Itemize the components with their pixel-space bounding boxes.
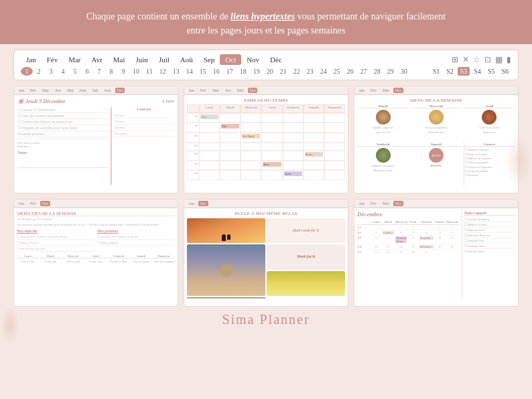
c5-jan[interactable]: Jan: [187, 201, 196, 206]
c2-oct[interactable]: Oct: [248, 88, 258, 93]
c2-mai[interactable]: Mai: [235, 88, 246, 93]
day-15[interactable]: 15: [196, 67, 210, 76]
day-7[interactable]: 7: [93, 67, 105, 76]
cell1-item1: ☐ Leçons S. Grâmmaires: [17, 107, 109, 113]
day-1[interactable]: 1: [21, 67, 33, 76]
day-9[interactable]: 9: [117, 67, 129, 76]
day-25[interactable]: 25: [330, 67, 344, 76]
vb-img-flowers: [267, 271, 345, 296]
c1-jan[interactable]: Jan: [17, 88, 26, 93]
image-icon[interactable]: ⊡: [484, 55, 491, 65]
c6-h-samedi: Samedi: [434, 220, 446, 225]
day-20[interactable]: 20: [263, 67, 277, 76]
planner-grid: Jan Fév Mar Avr Mai Juin Juil Aoû Oct 🌸 …: [13, 86, 519, 307]
c1-avr[interactable]: Avr: [53, 88, 63, 93]
c6-jan[interactable]: Jan: [357, 201, 367, 206]
month-nov[interactable]: Nov: [241, 54, 265, 65]
c6-w4-d1: 20: [371, 244, 382, 250]
day-26[interactable]: 26: [344, 67, 357, 76]
month-juil[interactable]: Juil: [153, 54, 175, 65]
c2-avr[interactable]: Avr: [223, 88, 233, 93]
c4-oct[interactable]: Oct: [40, 201, 50, 206]
cell4-obj3: ☐ Bicyclette Aboyez: [17, 246, 94, 252]
month-jan[interactable]: Jan: [21, 54, 42, 65]
c1-juil[interactable]: Juil: [90, 88, 101, 93]
month-dec[interactable]: Déc: [265, 54, 287, 65]
day-27[interactable]: 27: [357, 67, 371, 76]
month-oct[interactable]: Oct: [220, 54, 241, 65]
c3-day-vendredi: Vendredi Salade lointainesBoutons loint.: [357, 143, 409, 185]
day-6[interactable]: 6: [81, 67, 93, 76]
month-avr[interactable]: Avr: [86, 54, 108, 65]
week-s2[interactable]: S2: [444, 67, 456, 76]
day-2[interactable]: 2: [33, 67, 45, 76]
day-13[interactable]: 13: [170, 67, 183, 76]
week-s1[interactable]: S1: [430, 67, 443, 76]
c4-fev[interactable]: Fév: [28, 201, 38, 206]
c6-w3-d2: 14: [382, 236, 395, 244]
c3-jan[interactable]: Jan: [357, 88, 367, 93]
day-29[interactable]: 29: [384, 67, 397, 76]
c1-aou[interactable]: Aoû: [102, 88, 113, 93]
c6-w2-d5: 10: [419, 230, 434, 236]
week-s6[interactable]: S6: [498, 67, 511, 76]
day-22[interactable]: 22: [290, 67, 304, 76]
month-sep[interactable]: Sep: [198, 54, 220, 65]
month-mar[interactable]: Mar: [63, 54, 86, 65]
c3-mar[interactable]: Mar: [381, 88, 391, 93]
close-icon[interactable]: ✕: [462, 55, 469, 65]
day-12[interactable]: 12: [156, 67, 170, 76]
c2-mar[interactable]: Mar: [210, 88, 221, 93]
c5-oct[interactable]: Oct: [198, 201, 208, 206]
week-s3[interactable]: S3: [458, 67, 470, 76]
day-10[interactable]: 10: [129, 67, 143, 76]
c2-fev[interactable]: Fév: [198, 88, 208, 93]
c2-vendredi: Vendredi: [283, 104, 304, 113]
c4-v-lundi: Courir 5 km: [17, 259, 39, 264]
day-17[interactable]: 17: [223, 67, 237, 76]
day-14[interactable]: 14: [183, 67, 196, 76]
c6-mar[interactable]: Mar: [381, 201, 391, 206]
c1-mar[interactable]: Mar: [40, 88, 51, 93]
c4-v-mardi: Courir plus: [40, 259, 62, 264]
c6-fev[interactable]: Fév: [369, 201, 379, 206]
cell3-inner: MENU DE LA SEMAINE Mardi Salade vignette…: [354, 95, 518, 188]
month-fev[interactable]: Fév: [42, 54, 64, 65]
day-23[interactable]: 23: [304, 67, 317, 76]
c4-jan[interactable]: Jan: [17, 201, 26, 206]
day-28[interactable]: 28: [371, 67, 384, 76]
day-21[interactable]: 21: [277, 67, 290, 76]
grid-icon[interactable]: ⊞: [452, 55, 458, 65]
week-s5[interactable]: S5: [485, 67, 498, 76]
month-aou[interactable]: Aoû: [175, 54, 198, 65]
c3-fev[interactable]: Fév: [369, 88, 379, 93]
day-18[interactable]: 18: [237, 67, 250, 76]
day-16[interactable]: 16: [210, 67, 223, 76]
day-30[interactable]: 30: [397, 67, 411, 76]
vb-quote-1: Don't wish for it: [267, 218, 345, 243]
month-mai[interactable]: Mai: [108, 54, 131, 65]
day-11[interactable]: 11: [143, 67, 156, 76]
c3-oct[interactable]: Oct: [393, 88, 403, 93]
c6-oct[interactable]: Oct: [393, 201, 403, 206]
week-s4[interactable]: S4: [471, 67, 484, 76]
c1-oct[interactable]: Oct: [115, 88, 125, 93]
c6-note2: ☐ Médecin rendez...: [464, 222, 515, 228]
day-4[interactable]: 4: [57, 67, 69, 76]
c1-mai[interactable]: Mai: [65, 88, 76, 93]
day-24[interactable]: 24: [317, 67, 330, 76]
bar-icon[interactable]: ▮: [507, 55, 511, 65]
c2-jan[interactable]: Jan: [187, 88, 196, 93]
cell2-inner: EMPLOI DU TEMPS Lundi Mardi Mercredi Jeu…: [184, 95, 348, 188]
day-5[interactable]: 5: [69, 67, 81, 76]
star-icon[interactable]: ☆: [473, 55, 480, 65]
month-juin[interactable]: Juin: [131, 54, 153, 65]
day-3[interactable]: 3: [45, 67, 57, 76]
cell2-title: EMPLOI DU TEMPS: [187, 98, 345, 103]
list-icon[interactable]: ▦: [495, 55, 503, 65]
c6-w2-d2: Journée...: [382, 230, 395, 236]
day-19[interactable]: 19: [250, 67, 263, 76]
c1-fev[interactable]: Fév: [28, 88, 38, 93]
day-8[interactable]: 8: [105, 67, 117, 76]
c1-juin[interactable]: Juin: [78, 88, 88, 93]
